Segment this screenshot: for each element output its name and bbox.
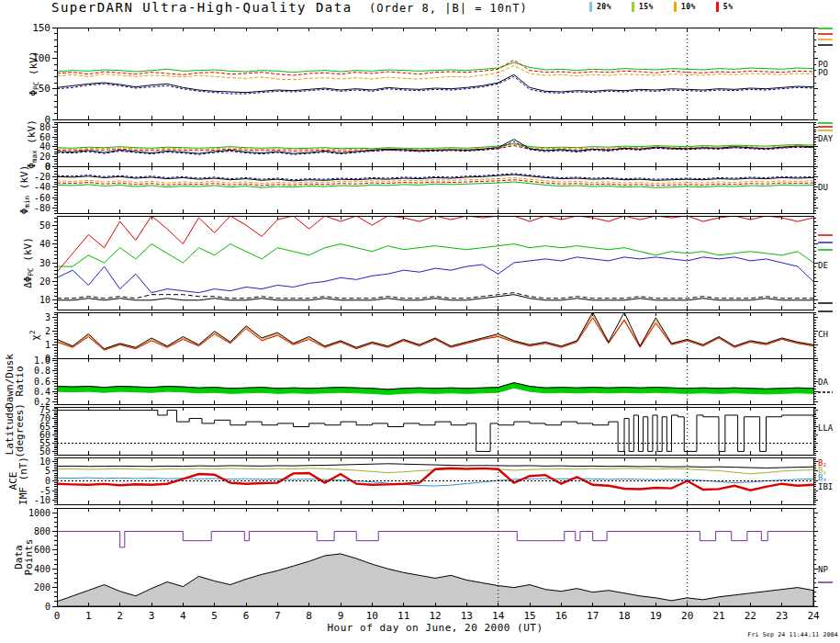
y-tick-label: -10 — [34, 495, 50, 505]
y-tick-label: 150 — [32, 22, 50, 34]
y-tick-label: 0.8 — [34, 366, 50, 376]
panel-frame — [57, 28, 813, 119]
panel-frame — [57, 407, 813, 455]
y-tick-label: 1.0 — [34, 355, 50, 366]
series-pc-potential-navy — [57, 76, 813, 94]
y-axis-title: ΔΦPC (kV) — [22, 237, 35, 288]
legend-swatch — [674, 2, 677, 12]
panel-dawn-dusk-ratio: 1.00.80.60.40.2DADawn/DuskRatio — [4, 354, 833, 409]
x-tick-label: 0 — [54, 610, 61, 622]
series-dawn-max-black — [57, 140, 813, 153]
y-tick-label: 50 — [39, 220, 50, 231]
x-axis-title: Hour of day on June, 20 2000 (UT) — [57, 622, 813, 634]
series-delta-green — [57, 244, 813, 266]
x-tick-label: 19 — [650, 610, 662, 622]
x-tick-label: 4 — [180, 610, 186, 622]
y-tick-label: 40 — [39, 239, 50, 249]
x-tick-label: 6 — [243, 610, 250, 622]
legend-swatch — [716, 2, 719, 12]
x-tick-label: 3 — [149, 610, 155, 622]
y-tick-label: 80 — [39, 122, 50, 132]
page-subtitle: (Order 8, |B| = 10nT) — [369, 2, 528, 15]
series-imf-btotal — [57, 464, 813, 468]
right-axis-label: CH — [818, 330, 828, 339]
panel-phi-max: 806040200DAYΦmax (kV) — [26, 119, 834, 171]
x-tick-label: 24 — [807, 610, 820, 622]
series-lower-latitude-boundary — [57, 411, 813, 452]
legend-label: 15% — [639, 3, 654, 11]
x-tick-label: 11 — [398, 610, 409, 622]
right-axis-label: PO — [818, 68, 828, 77]
y-tick-label: 0.6 — [34, 377, 50, 387]
x-tick-label: 2 — [117, 610, 123, 622]
series-gridpoint-count-area — [57, 554, 813, 606]
y-axis-title: Points — [23, 539, 35, 576]
panel-frame — [57, 216, 813, 310]
y-tick-label: 20 — [39, 152, 50, 162]
series-delta-red — [57, 216, 813, 272]
series-imf-bz — [57, 468, 813, 491]
series-np-points — [57, 531, 813, 547]
y-tick-label: 5 — [45, 466, 50, 476]
plot-timestamp: Fri Sep 24 11:44:11 2004 — [747, 631, 838, 638]
y-tick-label: 10 — [39, 295, 50, 305]
y-tick-label: 3 — [45, 312, 50, 322]
y-tick-label: -60 — [34, 193, 50, 203]
page-title: SuperDARN Ultra-High-Quality Data — [51, 0, 353, 15]
y-tick-label: -20 — [34, 172, 50, 182]
panel-phi-min: 0-20-40-60-80DUΦmin (kV) — [18, 162, 828, 215]
y-tick-label: -5 — [39, 486, 50, 496]
y-tick-label: 1000 — [28, 508, 50, 518]
panel-phi-pc: 150100500POPOΦPC (kV) — [28, 22, 833, 126]
panel-frame — [57, 358, 813, 404]
y-axis-title: Φmax (kV) — [26, 119, 39, 169]
y-tick-label: 0.4 — [34, 387, 50, 397]
series-chi-black — [57, 312, 813, 349]
series-pc-potential-20pct — [57, 62, 813, 73]
legend-item: 20% — [589, 2, 611, 12]
y-tick-label: -40 — [34, 182, 50, 192]
right-axis-label: DU — [818, 183, 828, 192]
right-axis-label: NP — [818, 565, 828, 574]
x-tick-label: 7 — [274, 610, 281, 622]
right-axis-label: DA — [818, 378, 828, 387]
y-tick-label: 40 — [39, 141, 50, 152]
y-tick-label: 0 — [45, 162, 50, 172]
y-axis-title: Ratio — [14, 366, 26, 396]
x-tick-label: 13 — [461, 610, 473, 622]
x-tick-label: 12 — [429, 610, 441, 622]
x-tick-label: 18 — [618, 610, 630, 622]
y-tick-label: -80 — [34, 203, 50, 213]
series-delta-black-dashed — [57, 293, 813, 299]
y-tick-label: 600 — [34, 545, 50, 555]
x-tick-label: 10 — [366, 610, 378, 622]
panel-frame — [57, 166, 813, 213]
legend-label: 5% — [723, 3, 734, 11]
panel-ace-imf: 1050-5-10BzByBxIBIACEIMF (nT) — [7, 457, 833, 506]
panel-delta-phi-pc: 5040302010DEΔΦPC (kV) — [22, 216, 833, 310]
y-tick-label: 50 — [39, 83, 50, 95]
y-tick-label: 400 — [34, 564, 50, 574]
y-tick-label: 200 — [34, 582, 50, 592]
x-tick-label: 8 — [306, 610, 312, 622]
series-delta-black — [57, 295, 813, 300]
legend-item: 5% — [716, 2, 734, 12]
y-tick-label: 1 — [45, 340, 50, 350]
legend-item: 10% — [674, 2, 696, 12]
y-tick-label: 10 — [39, 457, 50, 467]
legend-label: 20% — [597, 3, 611, 11]
legend-swatch — [589, 2, 592, 12]
x-tick-label: 20 — [681, 610, 693, 622]
y-tick-label: 50 — [39, 446, 50, 457]
x-tick-label: 1 — [85, 610, 92, 622]
panel-latitude: 757065605550LLALatitude(degrees) — [4, 403, 834, 458]
x-tick-label: 23 — [776, 610, 788, 622]
y-axis-title: χ2 — [28, 330, 41, 340]
series-dusk-min-black — [57, 175, 813, 181]
x-tick-label: 14 — [492, 610, 505, 622]
panel-frame — [57, 122, 813, 166]
multi-panel-chart: 150100500POPOΦPC (kV)806040200DAYΦmax (k… — [0, 0, 840, 643]
y-tick-label: 60 — [39, 132, 50, 142]
right-axis-label: DE — [818, 261, 828, 270]
y-tick-label: 2 — [45, 326, 50, 336]
